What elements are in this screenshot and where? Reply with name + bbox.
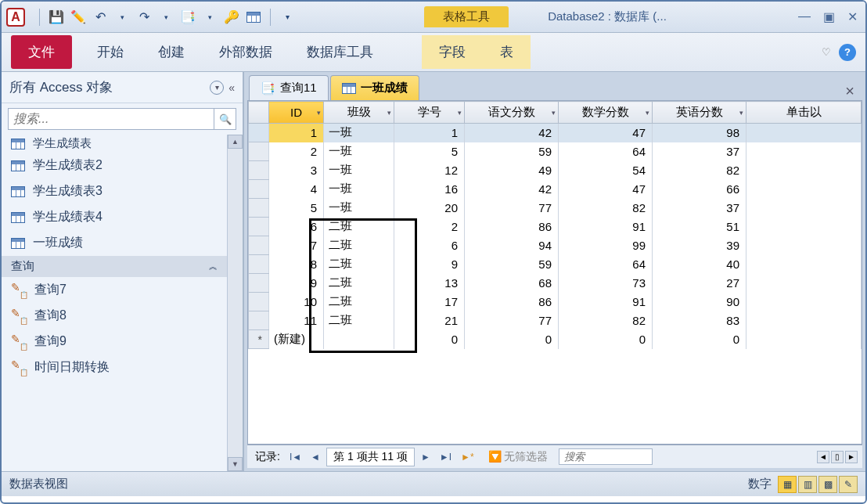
table-row[interactable]: 4一班16424766 [249,180,862,199]
cell-math[interactable]: 47 [559,180,653,199]
search-icon[interactable]: 🔍 [214,108,236,130]
cell-new[interactable]: (新建) [269,330,324,349]
cell-class[interactable]: 二班 [324,293,394,311]
row-selector[interactable] [249,161,269,180]
cell-english[interactable]: 82 [653,161,746,180]
tab-create[interactable]: 创建 [141,35,202,69]
nav-collapse-icon[interactable]: « [228,81,235,94]
cell-sno[interactable]: 12 [394,161,465,180]
chevron-down-icon[interactable]: ▾ [552,109,556,117]
datasheet-icon[interactable] [245,9,262,26]
cell-english[interactable]: 98 [653,124,746,142]
cell-empty[interactable] [746,142,862,161]
hscroll-left-icon[interactable]: ◄ [817,451,829,463]
cell-id[interactable]: 2 [269,142,324,161]
prev-record-icon[interactable]: ◄ [308,450,323,464]
nav-scrollbar[interactable]: ▲ ▼ [227,135,243,471]
col-add[interactable]: 单击以 [746,102,862,124]
pen-icon[interactable]: ✏️ [70,9,87,26]
record-search-input[interactable] [559,448,653,465]
nav-table-item[interactable]: 学生成绩表4 [2,204,227,230]
cell-id[interactable]: 1 [269,124,324,142]
cell-zero[interactable]: 0 [653,330,746,349]
nav-table-item[interactable]: 学生成绩表 [2,135,227,153]
col-class[interactable]: 班级▾ [324,102,394,124]
new-record-icon[interactable]: ►* [458,450,477,464]
key-icon[interactable]: 🔑 [223,9,240,26]
cell-math[interactable]: 82 [559,199,653,218]
cell-empty[interactable] [324,330,394,349]
cell-english[interactable]: 51 [653,218,746,236]
row-selector[interactable] [249,180,269,199]
cell-sno[interactable]: 6 [394,236,465,255]
row-selector[interactable] [249,255,269,274]
cell-class[interactable]: 一班 [324,180,394,199]
col-sno[interactable]: 学号▾ [394,102,465,124]
cell-chinese[interactable]: 77 [465,199,559,218]
cell-empty[interactable] [746,330,862,349]
col-english[interactable]: 英语分数▾ [653,102,746,124]
search-input[interactable] [8,108,214,130]
new-row-marker[interactable]: * [249,330,269,349]
last-record-icon[interactable]: ►I [437,450,455,464]
cell-empty[interactable] [746,274,862,293]
chevron-down-icon[interactable]: ▾ [458,109,462,117]
close-tab-icon[interactable]: × [845,82,861,100]
col-id[interactable]: ID▾ [269,102,324,124]
col-chinese[interactable]: 语文分数▾ [465,102,559,124]
cell-sno[interactable]: 20 [394,199,465,218]
cell-math[interactable]: 73 [559,274,653,293]
cell-zero[interactable]: 0 [559,330,653,349]
cell-empty[interactable] [746,255,862,274]
cell-class[interactable]: 二班 [324,274,394,293]
heart-icon[interactable]: ♡ [822,46,831,58]
tab-home[interactable]: 开始 [80,35,141,69]
cell-class[interactable]: 一班 [324,142,394,161]
table-row[interactable]: 2一班5596437 [249,142,862,161]
row-selector[interactable] [249,274,269,293]
cell-math[interactable]: 82 [559,311,653,330]
cell-math[interactable]: 64 [559,142,653,161]
redo-dd-icon[interactable]: ▾ [157,9,174,26]
cell-empty[interactable] [746,199,862,218]
cell-chinese[interactable]: 42 [465,124,559,142]
tab-file[interactable]: 文件 [11,35,72,69]
row-selector[interactable] [249,236,269,255]
save-icon[interactable]: 💾 [48,9,65,26]
chevron-down-icon[interactable]: ▾ [739,109,743,117]
cell-sno[interactable]: 16 [394,180,465,199]
cell-empty[interactable] [746,218,862,236]
nav-query-item[interactable]: 查询9 [2,329,227,355]
tab-fields[interactable]: 字段 [422,35,483,69]
cell-english[interactable]: 39 [653,236,746,255]
nav-query-item[interactable]: 查询7 [2,277,227,303]
undo-icon[interactable]: ↶ [92,9,109,26]
table-row[interactable]: 6二班2869151 [249,218,862,236]
datasheet-view-icon[interactable]: ▦ [778,476,797,493]
cell-english[interactable]: 37 [653,199,746,218]
cell-chinese[interactable]: 77 [465,311,559,330]
row-selector[interactable] [249,199,269,218]
cell-class[interactable]: 二班 [324,311,394,330]
table-row[interactable]: 11二班21778283 [249,311,862,330]
nav-table-item[interactable]: 学生成绩表3 [2,178,227,204]
cell-chinese[interactable]: 49 [465,161,559,180]
table-row[interactable]: 7二班6949939 [249,236,862,255]
cell-empty[interactable] [746,236,862,255]
table-row[interactable]: 8二班9596440 [249,255,862,274]
table-row[interactable]: 5一班20778237 [249,199,862,218]
nav-group-queries[interactable]: 查询︽ [2,256,227,277]
cell-class[interactable]: 二班 [324,255,394,274]
tab-db-tools[interactable]: 数据库工具 [290,35,390,69]
chevron-down-icon[interactable]: ▾ [317,109,321,117]
collapse-icon[interactable]: ︽ [209,261,218,272]
cell-empty[interactable] [746,180,862,199]
cell-english[interactable]: 83 [653,311,746,330]
cell-chinese[interactable]: 94 [465,236,559,255]
chart-view-icon[interactable]: ▩ [818,476,837,493]
scroll-down-icon[interactable]: ▼ [228,457,243,471]
cell-math[interactable]: 47 [559,124,653,142]
doc-tab-query11[interactable]: 📑查询11 [249,75,329,100]
cell-english[interactable]: 40 [653,255,746,274]
cell-english[interactable]: 27 [653,274,746,293]
